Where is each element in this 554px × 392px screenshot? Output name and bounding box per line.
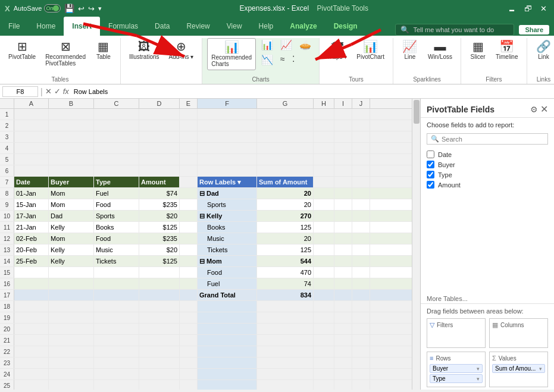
timeline-btn[interactable]: 📅 Timeline bbox=[492, 38, 521, 62]
gear-icon[interactable]: ⚙ bbox=[530, 105, 538, 114]
tab-data[interactable]: Data bbox=[146, 17, 178, 36]
line-chart-btn[interactable]: 📈 bbox=[277, 38, 295, 52]
undo-icon[interactable]: ↩ bbox=[78, 4, 84, 13]
field-checkbox-buyer[interactable] bbox=[427, 161, 434, 168]
quick-access-more[interactable]: ▾ bbox=[98, 5, 102, 12]
header-type[interactable]: Type bbox=[94, 177, 139, 187]
pivotchart-btn[interactable]: 📊 PivotChart bbox=[353, 38, 388, 62]
column-chart-btn[interactable]: 📊 bbox=[258, 38, 276, 52]
winloss-sparkline-btn[interactable]: ▬ Win/Loss bbox=[424, 38, 456, 62]
header-amount[interactable]: Amount bbox=[139, 177, 180, 187]
tellme-input[interactable]: 🔍 Tell me what you want to do bbox=[395, 24, 514, 36]
field-checkbox-date[interactable] bbox=[427, 150, 434, 158]
tab-analyze[interactable]: Analyze bbox=[281, 17, 325, 36]
tab-file[interactable]: File bbox=[0, 17, 28, 36]
rows-chip-type[interactable]: Type ▾ bbox=[430, 374, 483, 383]
scroll-thumb[interactable] bbox=[414, 100, 420, 124]
ribbon-group-filters: ▦ Slicer 📅 Timeline Filters bbox=[461, 38, 527, 84]
header-date[interactable]: Date bbox=[14, 177, 49, 187]
addins-btn[interactable]: ⊕ Add-ins ▾ bbox=[165, 38, 198, 62]
tab-view[interactable]: View bbox=[218, 17, 251, 36]
autosave-toggle[interactable]: On bbox=[44, 4, 61, 12]
table-btn[interactable]: ▦ Table bbox=[92, 38, 115, 62]
recommended-charts-btn[interactable]: 📊 RecommendedCharts bbox=[207, 38, 256, 70]
search-box[interactable]: 🔍 bbox=[427, 133, 548, 145]
link-btn[interactable]: 🔗 Link bbox=[532, 38, 555, 62]
col-header-j[interactable]: J bbox=[352, 99, 370, 108]
pivottable-label: PivotTable bbox=[8, 54, 36, 60]
col-header-h[interactable]: H bbox=[314, 99, 334, 108]
columns-zone[interactable]: ▦ Columns bbox=[489, 318, 548, 348]
maps-btn[interactable]: 🗺 Maps ▾ bbox=[324, 38, 350, 62]
rows-zone[interactable]: ≡ Rows Buyer ▾ Type ▾ bbox=[427, 352, 486, 387]
links-group-label: Links bbox=[537, 76, 550, 83]
tab-help[interactable]: Help bbox=[251, 17, 282, 36]
table-row: 10 17-Jan Dad Sports $20 ⊟ Kelly 270 bbox=[0, 211, 412, 222]
values-zone-header: Σ Values bbox=[492, 355, 545, 362]
sheet-area: A B C D E F G H I J 1 2 3 4 5 6 bbox=[0, 99, 412, 390]
col-header-g[interactable]: G bbox=[257, 99, 314, 108]
rows-chip-buyer[interactable]: Buyer ▾ bbox=[430, 364, 483, 373]
redo-icon[interactable]: ↪ bbox=[88, 4, 95, 13]
title-bar-left: X AutoSave On 💾 ↩ ↪ ▾ bbox=[5, 4, 102, 13]
formula-cancel-icon[interactable]: ✕ bbox=[45, 87, 52, 96]
autosave-label: AutoSave bbox=[14, 5, 42, 12]
col-header-i[interactable]: I bbox=[334, 99, 352, 108]
pie-chart-icon: 🥧 bbox=[299, 39, 311, 51]
winloss-sparkline-label: Win/Loss bbox=[428, 54, 452, 60]
panel-close-icon[interactable]: ✕ bbox=[540, 104, 548, 115]
close-btn[interactable]: ✕ bbox=[538, 4, 549, 13]
field-checkbox-amount[interactable] bbox=[427, 181, 434, 189]
rows-zone-label: Rows bbox=[436, 355, 450, 362]
header-buyer[interactable]: Buyer bbox=[49, 177, 94, 187]
line-sparkline-btn[interactable]: 📈 Line bbox=[398, 38, 422, 62]
col-header-b[interactable]: B bbox=[49, 99, 94, 108]
col-header-c[interactable]: C bbox=[94, 99, 139, 108]
pivot-header-sumamount[interactable]: Sum of Amount bbox=[257, 177, 314, 187]
tab-formulas[interactable]: Formulas bbox=[100, 17, 146, 36]
tab-design[interactable]: Design bbox=[325, 17, 366, 36]
formula-fx-icon[interactable]: fx bbox=[63, 87, 69, 96]
scatter-chart-btn[interactable]: ⁚ bbox=[289, 53, 298, 67]
col-header-d[interactable]: D bbox=[139, 99, 180, 108]
tab-review[interactable]: Review bbox=[178, 17, 218, 36]
tab-home[interactable]: Home bbox=[28, 17, 64, 36]
pivot-fields-panel: PivotTable Fields ⚙ ✕ Choose fields to a… bbox=[420, 99, 554, 390]
more-tables-link[interactable]: More Tables... bbox=[421, 294, 554, 303]
timeline-label: Timeline bbox=[496, 54, 518, 60]
field-item-date: Date bbox=[427, 149, 548, 159]
values-chip-sumamount[interactable]: Sum of Amou... ▾ bbox=[492, 364, 545, 373]
pivot-header-rowlabels[interactable]: Row Labels ▾ bbox=[198, 177, 257, 187]
autosave-area: AutoSave On bbox=[14, 4, 61, 12]
col-header-a[interactable]: A bbox=[14, 99, 49, 108]
tab-insert[interactable]: Insert bbox=[64, 17, 100, 36]
line-sparkline-label: Line bbox=[405, 54, 416, 60]
cell-ref-input[interactable] bbox=[2, 86, 38, 97]
pie-chart-btn[interactable]: 🥧 bbox=[296, 38, 314, 52]
col-header-e[interactable]: E bbox=[180, 99, 198, 108]
minimize-btn[interactable]: 🗕 bbox=[506, 4, 518, 13]
filters-group-label: Filters bbox=[486, 76, 502, 83]
values-chip-arrow: ▾ bbox=[539, 366, 542, 372]
panel-header: PivotTable Fields ⚙ ✕ bbox=[421, 99, 554, 118]
area-chart-btn[interactable]: ≈ bbox=[277, 53, 288, 67]
field-checkbox-type[interactable] bbox=[427, 171, 434, 178]
pivottable-btn[interactable]: ⊞ PivotTable bbox=[5, 38, 39, 62]
slicer-btn[interactable]: ▦ Slicer bbox=[466, 38, 490, 62]
illustrations-icon: 🖼 bbox=[138, 40, 150, 52]
share-button[interactable]: Share bbox=[519, 25, 549, 35]
filters-zone[interactable]: ▽ Filters bbox=[427, 318, 486, 348]
search-input[interactable] bbox=[442, 136, 544, 143]
save-icon[interactable]: 💾 bbox=[64, 4, 74, 13]
values-zone[interactable]: Σ Values Sum of Amou... ▾ bbox=[489, 352, 548, 387]
chart-buttons-col: 📊 📈 🥧 📉 ≈ ⁚ bbox=[258, 38, 314, 67]
bar-chart-btn[interactable]: 📉 bbox=[258, 53, 276, 67]
recommended-pivottables-btn[interactable]: ⊠ RecommendedPivotTables bbox=[42, 38, 89, 69]
formula-confirm-icon[interactable]: ✓ bbox=[54, 87, 61, 96]
restore-btn[interactable]: 🗗 bbox=[522, 4, 534, 13]
maps-icon: 🗺 bbox=[331, 40, 343, 52]
illustrations-btn[interactable]: 🖼 Illustrations bbox=[126, 38, 163, 62]
vertical-scrollbar[interactable] bbox=[412, 99, 420, 390]
col-header-f[interactable]: F bbox=[198, 99, 257, 108]
table-row: 16 Fuel 74 bbox=[0, 278, 412, 290]
